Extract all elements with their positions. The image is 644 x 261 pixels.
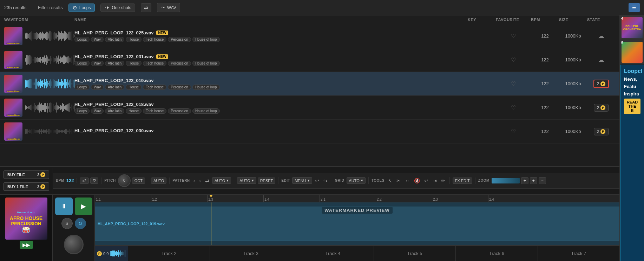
tag[interactable]: Afro latin [105, 37, 124, 42]
forward-btn[interactable]: ▶▶ [20, 241, 33, 249]
track-7[interactable]: Track 7 [538, 246, 619, 261]
snap-tool-btn[interactable]: ↩ [423, 177, 430, 184]
zoom-out-btn[interactable]: − [539, 177, 546, 184]
favourite-btn[interactable]: ♡ [496, 33, 531, 39]
cursor-tool-btn[interactable]: ↖ [387, 177, 394, 184]
pattern-next-btn[interactable]: › [198, 177, 202, 184]
grid-dropdown[interactable]: AUTO ▾ [347, 177, 366, 184]
col-key: KEY [468, 18, 496, 22]
auto-section: AUTO [151, 178, 170, 184]
pattern-prev-btn[interactable]: ‹ [192, 177, 197, 184]
refresh-btn[interactable]: ↻ [75, 218, 86, 229]
tag[interactable]: Afro latin [105, 85, 124, 90]
tag[interactable]: House of loop [192, 61, 220, 66]
volume-knob[interactable] [64, 235, 84, 254]
speed-section: x2 /2 [80, 178, 101, 184]
auto-btn[interactable]: AUTO [151, 178, 166, 184]
tag[interactable]: Wav [91, 85, 104, 90]
tag[interactable]: Afro latin [105, 61, 124, 66]
buy-1-file-btn[interactable]: BUY 1 FILE 2 P [4, 182, 49, 191]
zoom-in2-btn[interactable]: + [530, 177, 537, 184]
pitch-knob[interactable]: 0 [118, 174, 131, 187]
tag[interactable]: Percussion [168, 108, 191, 114]
tag[interactable]: Tech house [143, 61, 166, 66]
x2-btn[interactable]: x2 [80, 178, 89, 184]
tag[interactable]: Percussion [168, 37, 191, 42]
favourite-btn[interactable]: ♡ [496, 128, 531, 135]
tag[interactable]: Wav [91, 37, 104, 42]
menu-dropdown[interactable]: MENU ▾ [292, 177, 312, 184]
tag[interactable]: Tech house [143, 85, 166, 90]
tag[interactable]: Percussion [168, 61, 191, 66]
tag[interactable]: Tech house [143, 108, 166, 114]
sidebar-thumb-5[interactable]: 5 [620, 40, 644, 65]
redo-btn[interactable]: ↪ [322, 177, 329, 184]
waveform-preview [25, 125, 74, 139]
tag[interactable]: Tech house [143, 37, 166, 42]
ad-read-btn[interactable]: READ THE B [624, 99, 640, 114]
draw-tool-btn[interactable]: ✏ [440, 177, 447, 184]
track-row[interactable]: HouseofLoopHL_AHP_PERC_LOOP_122_019.wavL… [0, 72, 619, 96]
tag[interactable]: House [126, 61, 142, 66]
filter-label: Filter results [38, 5, 63, 10]
tag[interactable]: Afro latin [105, 108, 124, 114]
pattern-dropdown[interactable]: AUTO ▾ [212, 177, 231, 184]
main-track[interactable]: HL_AHP_PERC_LOOP_122_019.wav WATERMARKED… [95, 202, 619, 246]
track-p[interactable]: P 0.0 [95, 246, 128, 261]
solo-btn[interactable]: S [61, 218, 73, 229]
tag[interactable]: Percussion [168, 85, 191, 90]
pattern-shuffle-btn[interactable]: ⇄ [204, 177, 211, 184]
favourite-btn[interactable]: ♡ [496, 56, 531, 63]
list-view-btn[interactable]: ☰ [629, 3, 640, 12]
favourite-btn[interactable]: ♡ [496, 104, 531, 111]
state-cell[interactable]: 2P [587, 104, 615, 112]
loops-filter-btn[interactable]: Loops [68, 4, 95, 12]
resize-tool-btn[interactable]: ↔ [403, 177, 411, 184]
mute-tool-btn[interactable]: 🔇 [413, 177, 421, 184]
oneshots-filter-btn[interactable]: One-shots [100, 4, 135, 12]
auto2-dropdown[interactable]: AUTO ▾ [237, 177, 256, 184]
play-btn[interactable]: ▶ [75, 198, 92, 215]
reset-btn[interactable]: RESET [258, 178, 276, 184]
zoom-bar[interactable] [492, 178, 520, 183]
tag[interactable]: Loops [74, 37, 90, 42]
track-4[interactable]: Track 4 [292, 246, 374, 261]
zoom-in-btn[interactable]: + [521, 177, 528, 184]
tag[interactable]: Wav [91, 108, 104, 114]
tag[interactable]: Wav [91, 61, 104, 66]
tag[interactable]: House [126, 108, 142, 114]
scissors-tool-btn[interactable]: ✂ [395, 177, 402, 184]
tag[interactable]: House of loop [192, 37, 220, 42]
track-row[interactable]: HouseofLoopHL_AHP_PERC_LOOP_122_030.wav♡… [0, 120, 619, 143]
pause-btn[interactable]: ⏸ [55, 198, 73, 215]
tag[interactable]: House [126, 85, 142, 90]
div2-btn[interactable]: /2 [90, 178, 98, 184]
state-cell[interactable]: 2P [587, 80, 615, 88]
track-5[interactable]: Track 5 [374, 246, 456, 261]
state-cell[interactable]: 2P [587, 128, 615, 135]
tag[interactable]: Loops [74, 61, 90, 66]
state-cell[interactable]: ☁ [587, 32, 615, 40]
sidebar-thumb-4[interactable]: 4 SOULFULORCHESTRA [620, 15, 644, 40]
track-row[interactable]: HouseofLoopHL_AHP_PERC_LOOP_122_031.wavN… [0, 48, 619, 72]
shuffle-btn[interactable]: ⇄ [141, 3, 151, 12]
track-3[interactable]: Track 3 [210, 246, 292, 261]
tag[interactable]: House of loop [192, 108, 220, 114]
fx-edit-btn[interactable]: FX EDIT [453, 178, 472, 184]
tag[interactable]: Loops [74, 85, 90, 90]
state-cell[interactable]: ☁ [587, 56, 615, 64]
undo-btn[interactable]: ↩ [314, 177, 321, 184]
track-6[interactable]: Track 6 [456, 246, 538, 261]
tag[interactable]: House [126, 37, 142, 42]
track-row[interactable]: HouseofLoopHL_AHP_PERC_LOOP_122_018.wavL… [0, 96, 619, 120]
cloud-icon: ☁ [598, 56, 604, 64]
tag[interactable]: Loops [74, 108, 90, 114]
wav-filter-btn[interactable]: 〜 WAV [157, 3, 180, 12]
tag[interactable]: House of loop [192, 85, 220, 90]
favourite-btn[interactable]: ♡ [496, 80, 531, 87]
track-row[interactable]: HouseofLoopHL_AHP_PERC_LOOP_122_025.wavN… [0, 24, 619, 48]
oct-btn[interactable]: OCT [132, 178, 145, 184]
buy-file-btn[interactable]: BUY FILE 2 P [4, 170, 49, 179]
split-tool-btn[interactable]: ⇥ [431, 177, 438, 184]
track-2[interactable]: Track 2 [128, 246, 210, 261]
